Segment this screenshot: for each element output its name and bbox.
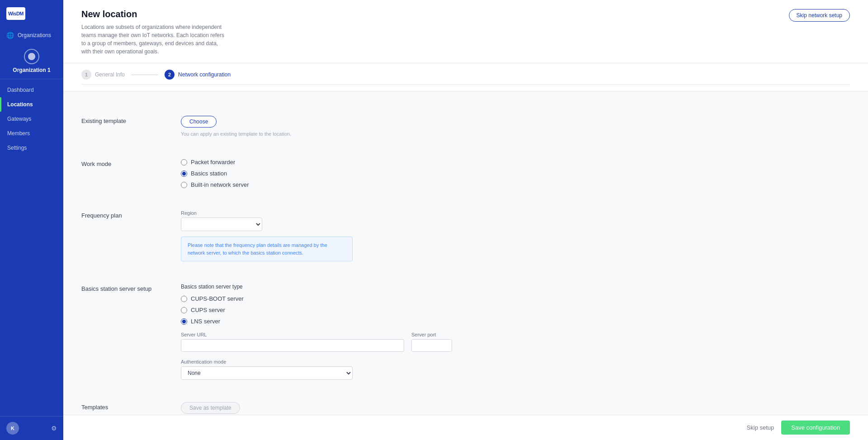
server-url-input[interactable] bbox=[181, 339, 404, 352]
sidebar: WisDM 🌐 Organizations Organization 1 Das… bbox=[0, 0, 63, 440]
work-mode-label: Work mode bbox=[81, 159, 163, 188]
org-icon-circle bbox=[24, 49, 39, 64]
packet-forwarder-label: Packet forwarder bbox=[191, 159, 235, 166]
basics-station-section-label: Basics station server setup bbox=[81, 284, 163, 380]
packet-forwarder-radio[interactable] bbox=[181, 159, 187, 166]
server-port-group: Server port bbox=[411, 332, 452, 352]
auth-mode-select[interactable]: None TLS Token bbox=[181, 366, 353, 380]
existing-template-label: Existing template bbox=[81, 116, 163, 137]
auth-mode-group: Authentication mode None TLS Token bbox=[181, 359, 452, 380]
sidebar-item-gateways[interactable]: Gateways bbox=[0, 112, 63, 126]
sidebar-item-organizations[interactable]: 🌐 Organizations bbox=[0, 27, 63, 43]
basics-station-label: Basics station bbox=[191, 170, 227, 177]
region-field-label: Region bbox=[181, 210, 452, 216]
existing-template-content: Choose You can apply an existing templat… bbox=[181, 116, 452, 137]
main-content: New location Locations are subsets of or… bbox=[63, 0, 868, 440]
org-globe-icon: 🌐 bbox=[6, 32, 14, 39]
basics-station-content: Basics station server type CUPS-BOOT ser… bbox=[181, 284, 452, 380]
work-mode-section: Work mode Packet forwarder Basics statio… bbox=[81, 148, 452, 199]
form-content: Existing template Choose You can apply a… bbox=[63, 91, 470, 440]
lns-label: LNS server bbox=[191, 318, 220, 325]
sidebar-item-members[interactable]: Members bbox=[0, 126, 63, 141]
page-title: New location bbox=[81, 9, 226, 19]
org-link-label: Organizations bbox=[18, 32, 51, 38]
choose-template-button[interactable]: Choose bbox=[181, 116, 217, 128]
cups-radio[interactable] bbox=[181, 307, 187, 313]
cups-label: CUPS server bbox=[191, 307, 225, 313]
frequency-plan-label: Frequency plan bbox=[81, 210, 163, 261]
basics-station-radio[interactable] bbox=[181, 170, 187, 177]
sidebar-item-dashboard[interactable]: Dashboard bbox=[0, 83, 63, 97]
built-in-network-label: Built-in network server bbox=[191, 181, 249, 188]
cups-option[interactable]: CUPS server bbox=[181, 307, 452, 313]
work-mode-built-in-network[interactable]: Built-in network server bbox=[181, 181, 452, 188]
org-icon-inner bbox=[28, 53, 35, 60]
skip-network-button[interactable]: Skip network setup bbox=[789, 9, 850, 22]
existing-template-section: Existing template Choose You can apply a… bbox=[81, 105, 452, 148]
sidebar-logo: WisDM bbox=[0, 0, 63, 27]
lns-option[interactable]: LNS server bbox=[181, 318, 452, 325]
save-config-button[interactable]: Save configuration bbox=[781, 421, 850, 435]
page-header: New location Locations are subsets of or… bbox=[63, 0, 868, 63]
template-hint: You can apply an existing template to th… bbox=[181, 131, 452, 137]
org-section: Organization 1 bbox=[0, 43, 63, 79]
sidebar-item-locations[interactable]: Locations bbox=[0, 97, 63, 112]
step-1-circle: 1 bbox=[81, 70, 91, 80]
auth-mode-label: Authentication mode bbox=[181, 359, 452, 364]
server-url-label: Server URL bbox=[181, 332, 404, 337]
org-name: Organization 1 bbox=[13, 67, 50, 73]
server-type-label: Basics station server type bbox=[181, 284, 452, 290]
region-select[interactable] bbox=[181, 218, 262, 231]
steps-row: 1 General Info 2 Network configuration bbox=[81, 70, 850, 80]
server-fields-row: Server URL Server port bbox=[181, 332, 452, 352]
frequency-plan-info: Please note that the frequency plan deta… bbox=[181, 237, 353, 261]
step-2-label: Network configuration bbox=[178, 71, 231, 78]
gear-icon[interactable]: ⚙ bbox=[51, 425, 57, 432]
page-footer: Skip setup Save configuration bbox=[63, 415, 868, 440]
sidebar-nav: Dashboard Locations Gateways Members Set… bbox=[0, 79, 63, 416]
skip-setup-button[interactable]: Skip setup bbox=[747, 424, 774, 431]
step-1: 1 General Info bbox=[81, 70, 125, 80]
step-connector bbox=[131, 75, 158, 75]
work-mode-content: Packet forwarder Basics station Built-in… bbox=[181, 159, 452, 188]
built-in-network-radio[interactable] bbox=[181, 182, 187, 188]
step-1-label: General Info bbox=[95, 71, 125, 78]
step-2-circle: 2 bbox=[165, 70, 175, 80]
basics-station-section: Basics station server setup Basics stati… bbox=[81, 273, 452, 391]
work-mode-radio-group: Packet forwarder Basics station Built-in… bbox=[181, 159, 452, 188]
cups-boot-option[interactable]: CUPS-BOOT server bbox=[181, 295, 452, 302]
header-left: New location Locations are subsets of or… bbox=[81, 9, 226, 56]
server-type-radio-group: CUPS-BOOT server CUPS server LNS server bbox=[181, 295, 452, 325]
frequency-plan-section: Frequency plan Region Please note that t… bbox=[81, 199, 452, 273]
step-2: 2 Network configuration bbox=[165, 70, 231, 80]
logo: WisDM bbox=[6, 7, 25, 20]
frequency-plan-content: Region Please note that the frequency pl… bbox=[181, 210, 452, 261]
step-divider bbox=[81, 84, 850, 85]
page-description: Locations are subsets of organizations w… bbox=[81, 23, 226, 56]
work-mode-basics-station[interactable]: Basics station bbox=[181, 170, 452, 177]
steps-container: 1 General Info 2 Network configuration bbox=[63, 63, 868, 91]
lns-radio[interactable] bbox=[181, 318, 187, 325]
server-url-group: Server URL bbox=[181, 332, 404, 352]
server-port-input[interactable] bbox=[411, 339, 452, 352]
cups-boot-radio[interactable] bbox=[181, 296, 187, 302]
sidebar-item-settings[interactable]: Settings bbox=[0, 141, 63, 155]
save-template-button[interactable]: Save as template bbox=[181, 402, 240, 414]
work-mode-packet-forwarder[interactable]: Packet forwarder bbox=[181, 159, 452, 166]
cups-boot-label: CUPS-BOOT server bbox=[191, 295, 244, 302]
server-port-label: Server port bbox=[411, 332, 452, 337]
sidebar-bottom: K ⚙ bbox=[0, 416, 63, 440]
avatar: K bbox=[6, 422, 19, 435]
